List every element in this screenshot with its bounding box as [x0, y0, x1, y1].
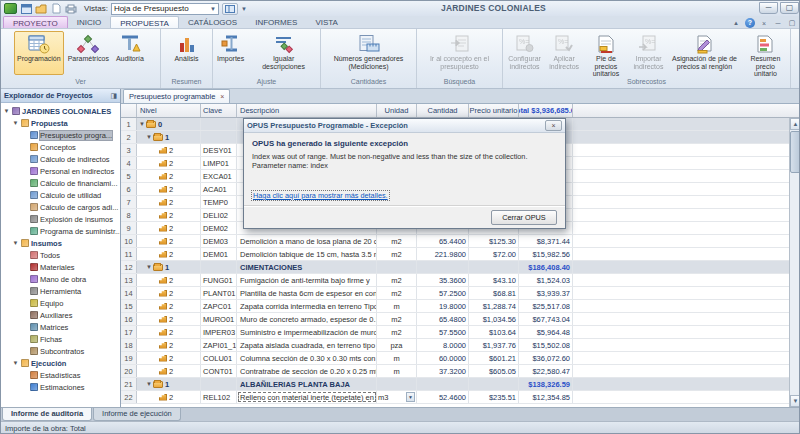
- row-number-cell[interactable]: 7: [121, 196, 137, 208]
- ribbon-tab-inicio[interactable]: INICIO: [68, 16, 110, 28]
- cell-total[interactable]: $8,371.44: [519, 235, 573, 247]
- cell-clave[interactable]: DEM01: [201, 248, 237, 260]
- cell-total[interactable]: $12,354.85: [519, 391, 573, 403]
- cell-clave[interactable]: MURO01: [201, 313, 237, 325]
- cell-unidad[interactable]: m2: [377, 287, 417, 299]
- opus-logo-icon[interactable]: [4, 3, 17, 14]
- cell-clave[interactable]: IMPER03: [201, 326, 237, 338]
- cell-precio-unitario[interactable]: $72.00: [469, 248, 519, 260]
- table-row[interactable]: 21▼1ALBAÑILERIAS PLANTA BAJA$138,326.59: [121, 378, 789, 391]
- header-precio-unitario[interactable]: Precio unitario: [469, 104, 519, 117]
- sidebar-item-cálculo-de-utilidad[interactable]: Cálculo de utilidad: [1, 189, 120, 201]
- row-expander-icon[interactable]: ▼: [139, 121, 145, 127]
- cell-total[interactable]: $1,524.03: [519, 274, 573, 286]
- cell-clave[interactable]: [201, 131, 237, 143]
- cell-descripcion[interactable]: Suministro e impermeabilización de muro …: [237, 326, 377, 338]
- cell-nivel[interactable]: 2: [137, 144, 201, 156]
- asignación-de-pie-de-precios-al-renglón-button[interactable]: Asignación de pie de precios al renglón: [668, 31, 740, 75]
- cell-unidad[interactable]: m2: [377, 313, 417, 325]
- cell-cantidad[interactable]: [417, 378, 469, 390]
- row-number-cell[interactable]: 19: [121, 352, 137, 364]
- cell-total[interactable]: $15,502.08: [519, 339, 573, 351]
- cell-unidad[interactable]: pza: [377, 339, 417, 351]
- cell-nivel[interactable]: 2: [137, 391, 201, 403]
- cell-precio-unitario[interactable]: $125.30: [469, 235, 519, 247]
- sidebar-item-mano-de-obra[interactable]: Mano de obra: [1, 273, 120, 285]
- sidebar-item-cálculo-de-financiami[interactable]: Cálculo de financiami...: [1, 177, 120, 189]
- cell-clave[interactable]: CONT01: [201, 365, 237, 377]
- ir-al-concepto-en-el-presupuesto-button[interactable]: Ir al concepto en el presupuesto: [418, 31, 501, 75]
- header-unidad[interactable]: Unidad: [377, 104, 417, 117]
- cell-precio-unitario[interactable]: $68.81: [469, 287, 519, 299]
- cell-clave[interactable]: ZAPC01: [201, 300, 237, 312]
- cell-cantidad[interactable]: 221.9800: [417, 248, 469, 260]
- cell-cantidad[interactable]: 60.0000: [417, 352, 469, 364]
- cell-precio-unitario[interactable]: [469, 378, 519, 390]
- cell-nivel[interactable]: 2: [137, 300, 201, 312]
- cell-nivel[interactable]: ▼1: [137, 131, 201, 143]
- row-number-cell[interactable]: 3: [121, 144, 137, 156]
- cell-clave[interactable]: COLU01: [201, 352, 237, 364]
- cell-clave[interactable]: REL102: [201, 391, 237, 403]
- sidebar-item-equipo[interactable]: Equipo: [1, 297, 120, 309]
- help-icon[interactable]: ?: [745, 18, 755, 28]
- cell-descripcion[interactable]: Fumigación de anti-termita bajo firme y: [237, 274, 377, 286]
- cell-descripcion[interactable]: CIMENTACIONES: [237, 261, 377, 273]
- sidebar-item-programa-de-suministr[interactable]: Programa de suministr...: [1, 225, 120, 237]
- cell-descripcion[interactable]: Demolición a mano de losa plana de 20 cm…: [237, 235, 377, 247]
- table-row[interactable]: 202CONT01Contratrabe de sección de 0.20 …: [121, 365, 789, 378]
- cell-nivel[interactable]: 2: [137, 157, 201, 169]
- restore-button[interactable]: ▢: [780, 2, 799, 14]
- vistas-dropdown[interactable]: Hoja de Presupuesto ▼: [111, 3, 219, 15]
- cell-precio-unitario[interactable]: $601.21: [469, 352, 519, 364]
- cell-clave[interactable]: PLANT01: [201, 287, 237, 299]
- table-row[interactable]: 162MURO01Muro de concreto armado, espeso…: [121, 313, 789, 326]
- row-number-cell[interactable]: 18: [121, 339, 137, 351]
- cell-cantidad[interactable]: [417, 261, 469, 273]
- cell-clave[interactable]: DEM02: [201, 222, 237, 234]
- table-row[interactable]: 102DEM03Demolición a mano de losa plana …: [121, 235, 789, 248]
- dialog-title-bar[interactable]: OPUS Presupuesto Programable - Excepción…: [244, 119, 565, 133]
- cell-nivel[interactable]: ▼1: [137, 261, 201, 273]
- cell-nivel[interactable]: 2: [137, 274, 201, 286]
- cell-nivel[interactable]: 2: [137, 248, 201, 260]
- sidebar-item-subcontratos[interactable]: Subcontratos: [1, 345, 120, 357]
- cell-precio-unitario[interactable]: [469, 261, 519, 273]
- programación-button[interactable]: Programación: [14, 31, 64, 75]
- cell-clave[interactable]: [201, 261, 237, 273]
- cell-descripcion[interactable]: Plantilla de hasta 6cm de espesor en con…: [237, 287, 377, 299]
- cell-cantidad[interactable]: 19.8000: [417, 300, 469, 312]
- cell-total[interactable]: $138,326.59: [519, 378, 573, 390]
- sidebar-item-presupuesto-progra[interactable]: Presupuesto progra...: [1, 129, 120, 141]
- new-document-icon[interactable]: [50, 3, 62, 14]
- document-minimize-icon[interactable]: ─: [773, 20, 783, 27]
- row-number-cell[interactable]: 22: [121, 391, 137, 403]
- sidebar-item-todos[interactable]: Todos: [1, 249, 120, 261]
- header-total[interactable]: Total $3,936,685.64: [519, 104, 573, 117]
- scrollbar-thumb[interactable]: [790, 131, 800, 173]
- sidebar-item-estimaciones[interactable]: Estimaciones: [1, 381, 120, 393]
- row-number-cell[interactable]: 2: [121, 131, 137, 143]
- table-row[interactable]: 182ZAPI01_1Zapata aislada cuadrada, en t…: [121, 339, 789, 352]
- cell-total[interactable]: $67,743.04: [519, 313, 573, 325]
- cell-precio-unitario[interactable]: $43.10: [469, 274, 519, 286]
- cell-unidad[interactable]: m: [377, 365, 417, 377]
- cell-unidad[interactable]: m2: [377, 274, 417, 286]
- sidebar-item-cálculo-de-indirectos[interactable]: Cálculo de indirectos: [1, 153, 120, 165]
- ribbon-tab-catálogos[interactable]: CATÁLOGOS: [179, 16, 246, 28]
- cell-cantidad[interactable]: 57.5500: [417, 326, 469, 338]
- cell-precio-unitario[interactable]: $103.64: [469, 326, 519, 338]
- bottom-tab-informe-de-auditoría[interactable]: Informe de auditoría: [2, 408, 92, 421]
- análisis-button[interactable]: Análisis: [171, 31, 201, 75]
- cell-descripcion[interactable]: Contratrabe de sección de 0.20 x 0.25 mt…: [237, 365, 377, 377]
- minimize-button[interactable]: ─: [759, 2, 778, 14]
- sidebar-item-jardines-coloniales[interactable]: ▼JARDINES COLONIALES: [1, 105, 120, 117]
- layout-button[interactable]: [222, 3, 238, 15]
- cell-nivel[interactable]: 2: [137, 287, 201, 299]
- row-expander-icon[interactable]: ▼: [146, 381, 152, 387]
- cell-clave[interactable]: LIMP01: [201, 157, 237, 169]
- row-expander-icon[interactable]: ▼: [146, 264, 152, 270]
- cell-nivel[interactable]: 2: [137, 339, 201, 351]
- cell-total[interactable]: $22,580.47: [519, 365, 573, 377]
- cell-unidad[interactable]: m2: [377, 235, 417, 247]
